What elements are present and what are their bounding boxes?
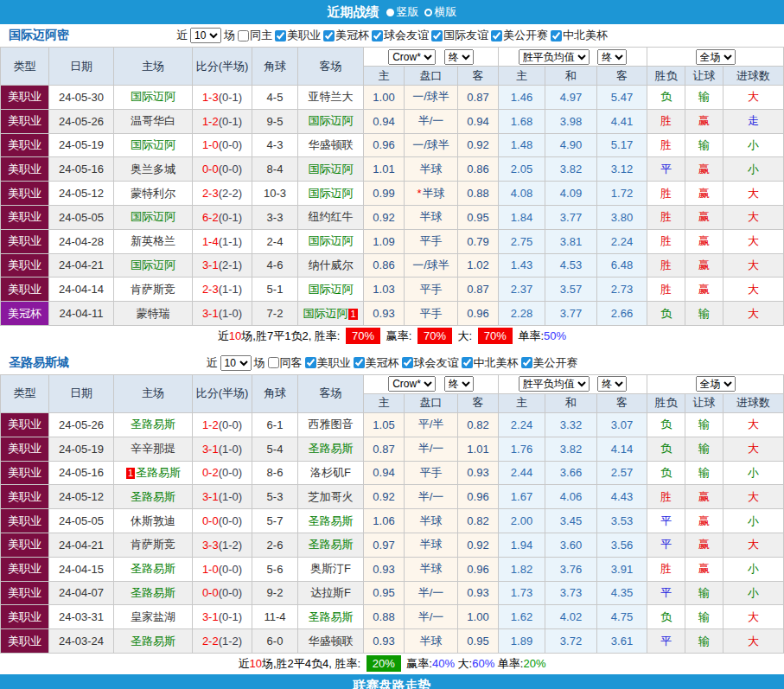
value-stage-select[interactable]: 终: [597, 376, 627, 392]
away-team-name: 国际迈阿: [309, 163, 354, 175]
match-date: 24-05-26: [49, 412, 114, 437]
filter-checkbox[interactable]: [491, 30, 502, 41]
match-row: 美职业24-04-14肯萨斯竞2-3(1-1)5-1国际迈阿1.03平手0.87…: [1, 278, 784, 302]
filter-球会友谊[interactable]: 球会友谊: [402, 355, 459, 371]
filter-国际友谊[interactable]: 国际友谊: [431, 28, 488, 43]
value-home: 1.94: [499, 533, 545, 557]
corner-score: 8-6: [252, 461, 298, 485]
filter-同主[interactable]: 同主: [238, 28, 272, 43]
away-team-name: 国际迈阿: [309, 283, 354, 296]
games-count-select[interactable]: 10: [220, 355, 252, 371]
col-header-type: 类型: [1, 374, 49, 412]
odds-home: 1.03: [364, 278, 405, 302]
match-score: 1-0(0-0): [193, 133, 252, 157]
filter-美职业[interactable]: 美职业: [305, 355, 351, 371]
halftime-score: (1-2): [219, 635, 242, 648]
layout-vertical-label: 竖版: [397, 4, 419, 20]
away-team-cell: 国际迈阿: [298, 182, 364, 206]
filter-中北美杯[interactable]: 中北美杯: [462, 355, 519, 371]
filter-checkbox[interactable]: [354, 357, 365, 368]
home-team-cell: 国际迈阿: [114, 86, 193, 110]
value-type-select[interactable]: 胜平负均值: [519, 49, 590, 65]
fulltime-score: 3-1: [202, 258, 219, 271]
filter-checkbox[interactable]: [402, 357, 413, 368]
filter-row: 圣路易斯城 近 10 场 同客美职业美冠杯球会友谊中北美杯美公开赛: [0, 352, 784, 374]
filter-中北美杯[interactable]: 中北美杯: [551, 28, 608, 43]
filter-checkbox[interactable]: [275, 30, 286, 41]
filter-checkbox[interactable]: [323, 30, 335, 41]
layout-option-vertical[interactable]: 竖版: [386, 4, 419, 20]
odds-line: 平手: [405, 461, 458, 485]
filter-美冠杯[interactable]: 美冠杯: [354, 355, 399, 371]
filter-美公开赛[interactable]: 美公开赛: [491, 28, 548, 43]
layout-option-horizontal[interactable]: 横版: [424, 4, 457, 20]
odds-company-select[interactable]: Crow*: [388, 376, 436, 392]
value-type-select[interactable]: 胜平负均值: [519, 376, 590, 392]
fulltime-score: 1-2: [202, 418, 219, 431]
odds-stage-select[interactable]: 终: [444, 376, 474, 392]
filter-checkbox[interactable]: [268, 357, 279, 368]
result-goals: 大: [723, 205, 784, 229]
col-header-score: 比分(半场): [193, 374, 252, 412]
filter-checkbox[interactable]: [305, 357, 316, 368]
filter-label: 国际友谊: [443, 28, 488, 43]
summary-part: 70%: [478, 328, 513, 344]
result-handicap: 赢: [685, 205, 723, 229]
odds-away: 0.92: [458, 133, 499, 157]
odds-home: 1.09: [364, 229, 405, 253]
corner-score: 5-4: [252, 437, 298, 461]
summary-part: 大:: [455, 657, 472, 670]
halftime-score: (0-0): [219, 138, 242, 151]
match-row: 美职业24-05-26温哥华白1-2(0-1)9-5国际迈阿0.94半/一0.9…: [1, 109, 784, 133]
radio-unselected-icon[interactable]: [424, 9, 432, 16]
away-team-cell: 圣路易斯: [298, 605, 364, 629]
odds-company-select[interactable]: Crow*: [388, 49, 436, 65]
radio-selected-icon[interactable]: [386, 9, 394, 16]
match-date: 24-05-30: [49, 86, 114, 110]
value-home: 1.62: [499, 605, 545, 629]
halftime-score: (0-0): [219, 514, 242, 527]
match-row: 美职业24-04-21国际迈阿3-1(2-1)4-6纳什威尔0.86一/球半1.…: [1, 253, 784, 278]
result-handicap: 输: [685, 629, 723, 654]
filter-checkbox[interactable]: [551, 30, 562, 41]
corner-score: 5-6: [252, 557, 298, 581]
team-name: 圣路易斯城: [9, 355, 69, 371]
corner-score: 5-7: [252, 509, 298, 533]
filter-checkbox[interactable]: [372, 30, 383, 41]
odds-selects-cell: Crow* 终: [364, 374, 499, 393]
filter-checkbox[interactable]: [431, 30, 443, 41]
filter-checkbox[interactable]: [238, 30, 249, 41]
odds-line: 半球: [405, 205, 458, 229]
result-wdl: 负: [647, 302, 685, 326]
home-team-name: 肯萨斯竞: [131, 283, 175, 296]
away-team-name: 华盛顿联: [309, 635, 354, 648]
corner-score: 8-4: [252, 157, 298, 182]
home-team-name: 国际迈阿: [131, 138, 175, 151]
filter-checkbox[interactable]: [462, 357, 473, 368]
filter-checkbox[interactable]: [521, 357, 532, 368]
away-team-cell: 洛杉矶F: [298, 461, 364, 485]
filter-球会友谊[interactable]: 球会友谊: [372, 28, 429, 43]
filter-美公开赛[interactable]: 美公开赛: [521, 355, 578, 371]
filter-同客[interactable]: 同客: [268, 355, 303, 371]
scope-select[interactable]: 全场: [696, 49, 736, 65]
match-score: 3-3(1-2): [193, 533, 252, 557]
value-stage-select[interactable]: 终: [597, 49, 627, 65]
filter-美冠杯[interactable]: 美冠杯: [323, 28, 369, 43]
value-draw: 3.32: [545, 412, 597, 437]
match-score: 1-0(0-0): [193, 557, 252, 581]
corner-score: 2-4: [252, 229, 298, 253]
col-header-value-away: 客: [597, 67, 647, 86]
odds-line: 一/球半: [405, 86, 458, 110]
match-date: 24-04-14: [49, 278, 114, 302]
filter-美职业[interactable]: 美职业: [275, 28, 321, 43]
away-team-name: 圣路易斯: [309, 442, 354, 455]
games-count-select[interactable]: 10: [190, 28, 221, 43]
odds-home: 1.00: [364, 86, 405, 110]
fulltime-score: 0-0: [202, 163, 219, 175]
col-header-home: 主场: [114, 374, 193, 412]
bottom-bar-title: 联赛盘路走势: [354, 678, 431, 689]
scope-select[interactable]: 全场: [696, 376, 736, 392]
match-score: 2-3(1-1): [193, 278, 252, 302]
odds-stage-select[interactable]: 终: [444, 49, 474, 65]
